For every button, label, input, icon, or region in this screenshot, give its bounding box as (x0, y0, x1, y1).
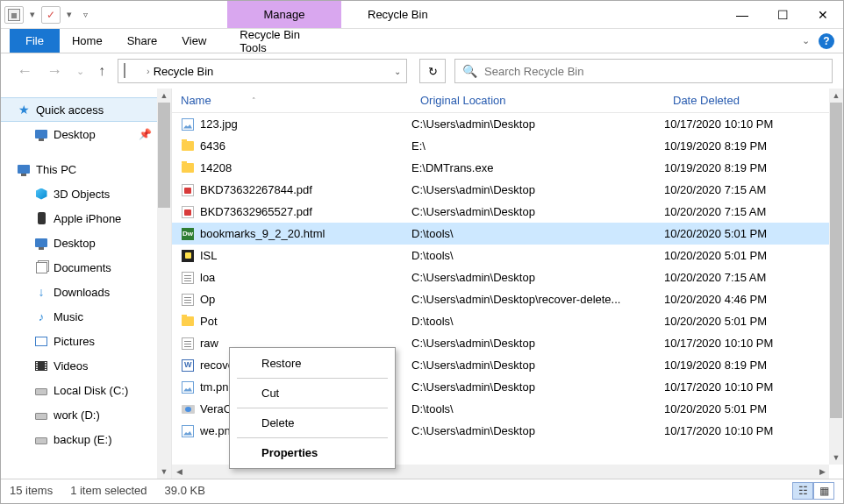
quick-access-toolbar: ▾ ✓ ▾ ▿ (1, 1, 96, 28)
nav-music[interactable]: ♪ Music (1, 304, 171, 329)
nav-desktop[interactable]: Desktop (1, 231, 171, 255)
column-original-location[interactable]: Original Location (411, 94, 664, 107)
back-button[interactable]: ← (11, 62, 38, 81)
ctx-separator (237, 378, 388, 379)
search-input[interactable] (484, 65, 825, 78)
nav-this-pc[interactable]: This PC (1, 157, 171, 181)
nav-documents[interactable]: Documents (1, 255, 171, 280)
view-details-button[interactable]: ☷ (792, 482, 813, 500)
file-name: 6436 (200, 139, 225, 153)
forward-button[interactable]: → (41, 62, 68, 81)
ctx-cut[interactable]: Cut (230, 381, 395, 405)
minimize-button[interactable]: — (722, 1, 762, 28)
file-name: loa (200, 271, 215, 284)
file-original-location: D:\tools\ (411, 227, 664, 240)
file-name: BKD73632267844.pdf (200, 183, 312, 196)
file-original-location: C:\Users\admin\Desktop (411, 183, 664, 196)
column-date-deleted[interactable]: Date Deleted (664, 94, 829, 107)
chevron-down-icon: ▾ (30, 9, 35, 20)
sort-indicator-icon: ˄ (252, 96, 256, 105)
file-icon (181, 249, 195, 263)
file-original-location: C:\Users\admin\Desktop (411, 205, 664, 218)
nav-quick-access[interactable]: ★ Quick access (1, 97, 171, 122)
tab-home[interactable]: Home (60, 29, 115, 53)
tab-file[interactable]: File (10, 29, 60, 53)
nav-apple-iphone[interactable]: Apple iPhone (1, 206, 171, 231)
nav-drive-c[interactable]: Local Disk (C:) (1, 378, 171, 402)
view-thumbnails-button[interactable]: ▦ (813, 482, 834, 500)
ctx-delete[interactable]: Delete (230, 411, 395, 435)
tab-share[interactable]: Share (115, 29, 170, 53)
tab-view[interactable]: View (169, 29, 218, 53)
refresh-button[interactable]: ↻ (419, 59, 446, 83)
file-row[interactable]: 123.jpgC:\Users\admin\Desktop10/17/2020 … (172, 113, 829, 135)
search-box[interactable]: 🔍 (454, 59, 833, 83)
list-scrollbar-vertical[interactable]: ▲ ▼ (829, 89, 843, 465)
qat-dropdown-1[interactable]: ▾ (25, 9, 39, 20)
desktop-icon (34, 236, 48, 250)
nav-downloads[interactable]: ↓ Downloads (1, 280, 171, 304)
file-row[interactable]: Dwbookmarks_9_2_20.htmlD:\tools\10/20/20… (172, 223, 829, 245)
scroll-up-icon[interactable]: ▲ (157, 89, 171, 103)
scroll-up-icon[interactable]: ▲ (829, 89, 843, 103)
scroll-thumb[interactable] (158, 103, 170, 208)
downloads-icon: ↓ (34, 285, 48, 299)
navpane-scrollbar[interactable]: ▲ ▼ (157, 89, 171, 479)
nav-label: This PC (36, 163, 76, 176)
music-icon: ♪ (34, 309, 48, 323)
ctx-separator (237, 408, 388, 408)
nav-drive-d[interactable]: work (D:) (1, 402, 171, 427)
history-dropdown[interactable]: ⌄ (71, 66, 89, 77)
scroll-right-icon[interactable]: ▶ (815, 465, 829, 479)
file-date-deleted: 10/17/2020 10:10 PM (664, 337, 829, 350)
file-original-location: C:\Users\admin\Desktop (411, 358, 664, 372)
file-date-deleted: 10/20/2020 4:46 PM (664, 293, 829, 306)
breadcrumb-location[interactable]: Recycle Bin (154, 65, 214, 78)
address-dropdown[interactable]: ⌄ (394, 67, 401, 76)
scroll-thumb[interactable] (830, 103, 842, 418)
nav-videos[interactable]: Videos (1, 353, 171, 378)
file-row[interactable]: BKD73632965527.pdfC:\Users\admin\Desktop… (172, 201, 829, 223)
scroll-left-icon[interactable]: ◀ (172, 465, 186, 479)
up-button[interactable]: ↑ (93, 63, 111, 79)
nav-label: Desktop (54, 237, 96, 250)
main-area: ★ Quick access Desktop 📌 This PC 3D Obje… (1, 89, 843, 479)
window-title: Recycle Bin (341, 1, 722, 28)
nav-drive-e[interactable]: backup (E:) (1, 427, 171, 451)
file-icon (181, 424, 195, 438)
scroll-down-icon[interactable]: ▼ (157, 465, 171, 479)
file-date-deleted: 10/19/2020 8:19 PM (664, 358, 829, 372)
qat-dropdown-2[interactable]: ▾ (62, 9, 76, 20)
file-name: Op (200, 293, 215, 306)
ribbon-collapse-icon[interactable]: ⌄ (802, 35, 810, 46)
nav-3d-objects[interactable]: 3D Objects (1, 181, 171, 206)
nav-label: Quick access (36, 103, 104, 117)
file-icon (181, 161, 195, 175)
ctx-restore[interactable]: Restore (230, 351, 395, 375)
contextual-tab-header: Manage (227, 1, 341, 28)
file-row[interactable]: ISLD:\tools\10/20/2020 5:01 PM (172, 245, 829, 266)
ctx-properties[interactable]: Properties (230, 441, 395, 465)
file-row[interactable]: 6436E:\10/19/2020 8:19 PM (172, 135, 829, 157)
file-original-location: D:\tools\ (411, 315, 664, 328)
file-row[interactable]: 14208E:\DMTrans.exe10/19/2020 8:19 PM (172, 157, 829, 179)
close-button[interactable]: ✕ (803, 1, 843, 28)
column-name-label: Name (181, 94, 211, 107)
maximize-button[interactable]: ☐ (762, 1, 803, 28)
scroll-down-icon[interactable]: ▼ (829, 451, 843, 465)
qat-properties[interactable]: ✓ (41, 6, 61, 24)
address-bar[interactable]: › Recycle Bin ⌄ (118, 59, 407, 83)
column-name[interactable]: Name ˄ (172, 94, 411, 107)
nav-label: Apple iPhone (54, 212, 121, 225)
nav-desktop-quick[interactable]: Desktop 📌 (1, 122, 171, 146)
tab-recycle-bin-tools[interactable]: Recycle Bin Tools (227, 29, 341, 53)
file-row[interactable]: BKD73632267844.pdfC:\Users\admin\Desktop… (172, 179, 829, 201)
navigation-bar: ← → ⌄ ↑ › Recycle Bin ⌄ ↻ 🔍 (1, 53, 843, 89)
file-row[interactable]: OpC:\Users\admin\Desktop\recover-delete.… (172, 288, 829, 310)
qat-overflow[interactable]: ▿ (78, 10, 92, 19)
file-row[interactable]: PotD:\tools\10/20/2020 5:01 PM (172, 310, 829, 332)
nav-pictures[interactable]: Pictures (1, 329, 171, 353)
help-button[interactable]: ? (819, 33, 834, 49)
file-row[interactable]: loaC:\Users\admin\Desktop10/20/2020 7:15… (172, 266, 829, 288)
qat-recycle-icon[interactable] (4, 6, 24, 24)
